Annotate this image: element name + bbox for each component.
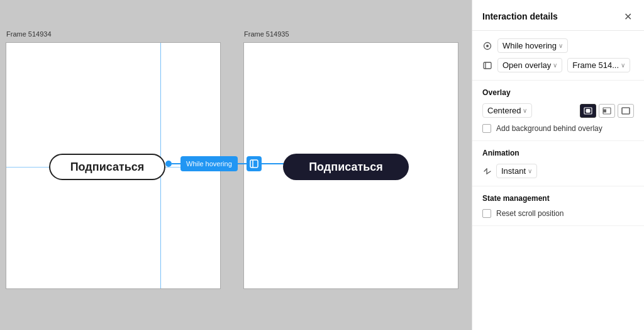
trigger-icon [482, 41, 492, 51]
trigger-row: While hovering ∨ [482, 38, 634, 53]
connector-line-2 [238, 163, 247, 164]
action-dropdown[interactable]: Open overlay ∨ [497, 58, 562, 72]
overlay-pos-right[interactable] [618, 104, 634, 118]
svg-line-14 [487, 171, 491, 174]
add-background-checkbox[interactable] [482, 124, 491, 133]
animation-section: Animation Instant ∨ [472, 141, 644, 186]
svg-rect-10 [622, 108, 630, 114]
overlay-position-row: Centered ∨ [482, 103, 634, 118]
add-background-row: Add background behind overlay [482, 124, 634, 133]
trigger-dropdown[interactable]: While hovering ∨ [497, 38, 568, 53]
frame-chevron: ∨ [621, 62, 625, 69]
animation-label: Animation [482, 149, 634, 157]
while-hovering-badge[interactable]: While hovering [180, 156, 238, 171]
panel-title: Interaction details [482, 11, 558, 21]
svg-rect-0 [250, 160, 258, 168]
panel-header: Interaction details ✕ [472, 0, 644, 31]
overlay-pos-left[interactable] [599, 104, 615, 118]
connector-line-1 [172, 163, 180, 164]
centered-dropdown[interactable]: Centered ∨ [482, 103, 532, 118]
interaction-details-panel: Interaction details ✕ While hovering ∨ [472, 0, 644, 330]
svg-rect-4 [484, 62, 491, 69]
instant-icon [482, 166, 492, 176]
add-background-label: Add background behind overlay [496, 124, 602, 133]
svg-rect-11 [622, 108, 630, 114]
instant-dropdown[interactable]: Instant ∨ [496, 164, 537, 178]
connector: While hovering [165, 156, 297, 171]
action-icon [482, 60, 492, 71]
svg-point-3 [486, 45, 489, 47]
state-management-section: State management Reset scroll position [472, 186, 644, 226]
trigger-chevron: ∨ [558, 42, 563, 49]
reset-scroll-label: Reset scroll position [496, 209, 564, 218]
close-button[interactable]: ✕ [621, 10, 634, 23]
frame2-label: Frame 514935 [244, 30, 289, 38]
overlay-pos-center[interactable] [580, 104, 596, 118]
state-mgmt-label: State management [482, 194, 634, 203]
reset-scroll-row: Reset scroll position [482, 209, 634, 218]
centered-chevron: ∨ [523, 107, 527, 114]
connector-icon-box [247, 156, 262, 171]
action-row: Open overlay ∨ Frame 514... ∨ [482, 58, 634, 72]
action-chevron: ∨ [553, 62, 557, 69]
overlay-section: Overlay Centered ∨ [472, 81, 644, 141]
frame1-label: Frame 514934 [6, 30, 52, 38]
subscribe-button-dark[interactable]: Подписаться [283, 154, 409, 180]
instant-row: Instant ∨ [482, 164, 634, 178]
canvas-area: Frame 514934 Frame 514935 Подписаться Wh… [0, 0, 472, 330]
overlay-label: Overlay [482, 88, 634, 97]
frame-dropdown[interactable]: Frame 514... ∨ [567, 58, 630, 72]
overlay-position-icons [580, 104, 634, 118]
subscribe-button-outline[interactable]: Подписаться [49, 154, 165, 180]
svg-rect-9 [603, 109, 606, 112]
svg-rect-7 [586, 109, 590, 112]
reset-scroll-checkbox[interactable] [482, 209, 491, 218]
connector-start-dot [165, 161, 172, 167]
instant-chevron: ∨ [528, 168, 532, 174]
trigger-section: While hovering ∨ Open overlay ∨ Frame 51… [472, 31, 644, 81]
